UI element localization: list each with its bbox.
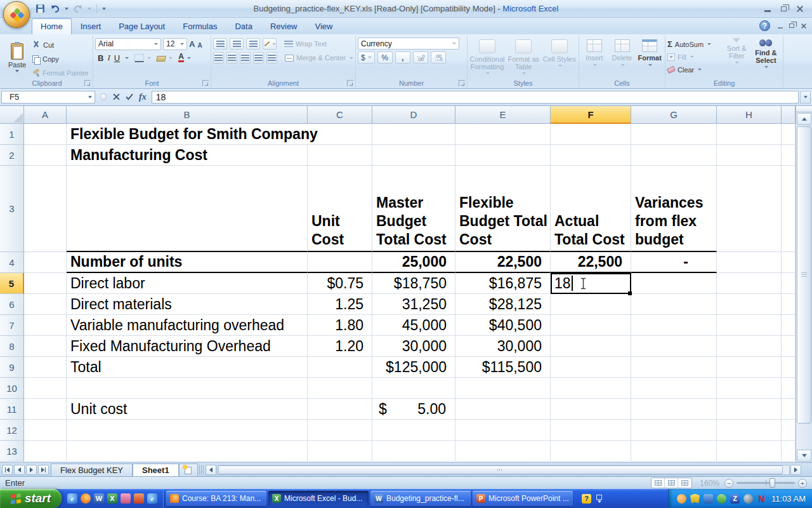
vertical-scroll-thumb[interactable] xyxy=(797,126,811,424)
horizontal-scrollbar[interactable] xyxy=(206,464,801,475)
cell-A7[interactable] xyxy=(24,315,67,336)
cell-G12[interactable] xyxy=(631,420,717,441)
restore-icon[interactable] xyxy=(781,6,787,11)
col-header-H[interactable]: H xyxy=(717,106,782,124)
percent-style-button[interactable]: % xyxy=(377,51,393,64)
zoom-track[interactable] xyxy=(737,482,795,484)
cell-G3[interactable]: Variances from flex budget xyxy=(631,166,717,252)
minimize-icon[interactable] xyxy=(764,10,771,12)
tab-split-handle[interactable] xyxy=(199,465,204,474)
cell-A3[interactable] xyxy=(24,166,67,252)
start-button[interactable]: start xyxy=(0,489,62,508)
row-header-1[interactable]: 1 xyxy=(0,124,24,145)
cell-F10[interactable] xyxy=(551,378,631,399)
cell-F5[interactable]: 18 xyxy=(551,273,631,294)
taskbar-button-firefox[interactable]: Course: BA 213: Man... xyxy=(166,491,266,506)
zoom-out-button[interactable]: − xyxy=(724,479,733,488)
wrap-text-button[interactable]: Wrap Text xyxy=(279,40,327,48)
alignment-dialog-launcher[interactable] xyxy=(347,80,353,86)
cell-G6[interactable] xyxy=(631,294,717,315)
zoom-thumb[interactable] xyxy=(769,478,775,488)
office-button[interactable] xyxy=(3,1,30,28)
number-format-select[interactable]: Currency xyxy=(358,37,459,50)
page-break-view-button[interactable] xyxy=(678,478,691,488)
horizontal-scroll-thumb[interactable] xyxy=(218,465,783,474)
cell-E3[interactable]: Flexible Budget Total Cost xyxy=(455,166,551,252)
cell-A1[interactable] xyxy=(24,124,67,145)
undo-dropdown-icon[interactable] xyxy=(65,8,69,10)
cell-B6[interactable]: Direct materials xyxy=(67,294,308,315)
cell-C9[interactable] xyxy=(308,357,372,378)
network-tray-icon[interactable] xyxy=(704,494,713,504)
align-right-button[interactable] xyxy=(240,52,251,64)
orientation-button[interactable] xyxy=(263,38,277,50)
cell-G4[interactable]: - xyxy=(631,252,717,273)
row-header-7[interactable]: 7 xyxy=(0,315,24,336)
cell-B8[interactable]: Fixed Manufacturing Overhead xyxy=(67,336,308,357)
cell-D12[interactable] xyxy=(372,420,455,441)
cell-D5[interactable]: $18,750 xyxy=(372,273,455,294)
cell-F4[interactable]: 22,500 xyxy=(551,252,631,273)
align-middle-button[interactable] xyxy=(230,38,244,50)
col-header-C[interactable]: C xyxy=(308,106,372,124)
cell-A6[interactable] xyxy=(24,294,67,315)
fill-color-button[interactable] xyxy=(156,56,166,62)
row-header-3[interactable]: 3 xyxy=(0,166,24,252)
cell-G7[interactable] xyxy=(631,315,717,336)
row-header-8[interactable]: 8 xyxy=(0,336,24,357)
shield-tray-icon[interactable] xyxy=(690,494,700,504)
cell-G1[interactable] xyxy=(631,124,717,145)
scroll-right-button[interactable] xyxy=(790,465,801,475)
row-header-12[interactable]: 12 xyxy=(0,420,24,441)
cell-E1[interactable] xyxy=(455,124,551,145)
col-header-E[interactable]: E xyxy=(455,106,551,124)
cell-E4[interactable]: 22,500 xyxy=(455,252,551,273)
cell-F7[interactable] xyxy=(551,315,631,336)
insert-worksheet-button[interactable] xyxy=(179,464,198,476)
cell-H2[interactable] xyxy=(717,145,782,166)
last-sheet-button[interactable] xyxy=(38,465,49,475)
cell-F11[interactable] xyxy=(551,399,631,420)
cell-B5[interactable]: Direct labor xyxy=(67,273,308,294)
cell-F13[interactable] xyxy=(551,441,631,462)
increase-decimal-button[interactable]: ←.0.00 xyxy=(413,51,428,64)
zoom-level[interactable]: 160% xyxy=(700,479,719,488)
select-all-corner[interactable] xyxy=(0,106,24,124)
cell-B11[interactable]: Unit cost xyxy=(67,399,308,420)
cell-A2[interactable] xyxy=(24,145,67,166)
workbook-close-icon[interactable] xyxy=(801,23,806,29)
cell-G10[interactable] xyxy=(631,378,717,399)
clear-button[interactable]: Clear xyxy=(667,64,723,75)
cell-G2[interactable] xyxy=(631,145,717,166)
cell-C2[interactable] xyxy=(308,145,372,166)
taskbar-button-excel[interactable]: X Microsoft Excel - Bud... xyxy=(268,491,369,506)
taskbar-button-word[interactable]: W Budgeting_practice-fl... xyxy=(370,491,471,506)
cell-H9[interactable] xyxy=(717,357,782,378)
cell-D2[interactable] xyxy=(372,145,455,166)
cell-A5[interactable] xyxy=(24,273,67,294)
borders-button[interactable] xyxy=(134,54,144,62)
cell-E11[interactable] xyxy=(455,399,551,420)
find-select-button[interactable]: Find & Select xyxy=(751,37,781,78)
cell-D13[interactable] xyxy=(372,441,455,462)
col-header-G[interactable]: G xyxy=(631,106,717,124)
cell-A8[interactable] xyxy=(24,336,67,357)
format-painter-button[interactable]: Format Painter xyxy=(31,67,90,79)
cell-F2[interactable] xyxy=(551,145,631,166)
cancel-entry-button[interactable] xyxy=(113,91,120,103)
insert-cells-button[interactable]: Insert xyxy=(581,38,608,67)
redo-button[interactable] xyxy=(72,3,84,15)
cell-A9[interactable] xyxy=(24,357,67,378)
cell-C7[interactable]: 1.80 xyxy=(308,315,372,336)
close-icon[interactable] xyxy=(797,6,803,12)
cell-H10[interactable] xyxy=(717,378,782,399)
font-dialog-launcher[interactable] xyxy=(202,80,209,86)
cell-F1[interactable] xyxy=(551,124,631,145)
align-center-button[interactable] xyxy=(226,52,237,64)
cell-styles-button[interactable]: Cell Styles xyxy=(542,38,577,68)
scroll-left-button[interactable] xyxy=(206,465,216,475)
formula-input[interactable]: 18 xyxy=(152,91,799,104)
font-color-dropdown-icon[interactable] xyxy=(187,57,191,59)
col-header-F[interactable]: F xyxy=(551,106,631,124)
tab-home[interactable]: Home xyxy=(32,18,72,34)
